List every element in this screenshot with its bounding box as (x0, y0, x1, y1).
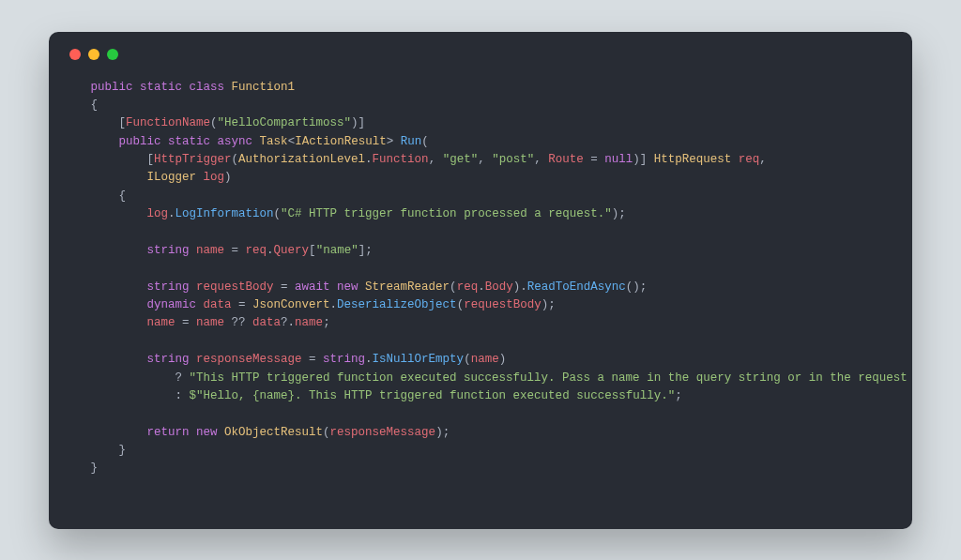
punct: ; (548, 298, 556, 311)
punct: ; (443, 426, 450, 439)
interp: $ (190, 389, 197, 402)
code-block: public static class Function1 { [Functio… (69, 79, 892, 478)
punct: ( (274, 207, 282, 220)
punct: ) (435, 426, 443, 439)
punct: [ (309, 244, 316, 257)
punct: ( (232, 153, 239, 166)
brace: { (91, 98, 99, 112)
string: "name" (316, 244, 358, 257)
method: LogInformation (175, 207, 274, 220)
minimize-icon[interactable] (88, 49, 99, 60)
identifier: name (190, 244, 225, 257)
type: OkObjectResult (224, 426, 323, 439)
type: string (147, 353, 190, 366)
punct: ; (618, 207, 626, 220)
identifier: log (147, 207, 169, 220)
punct: = (175, 316, 197, 329)
punct: . (520, 280, 527, 294)
identifier: data (196, 298, 232, 311)
type: HttpRequest (654, 153, 732, 166)
brace: { (119, 189, 127, 203)
punct: ( (421, 135, 429, 148)
string: "get" (443, 153, 479, 166)
punct: , (759, 153, 767, 166)
identifier: name (471, 353, 499, 366)
named-arg: Route (548, 153, 584, 166)
operator: ? (175, 371, 190, 385)
keyword: public (91, 81, 133, 94)
keyword: public (119, 135, 161, 148)
method: Run (401, 135, 422, 148)
punct: = (224, 244, 246, 257)
keyword: async (218, 135, 253, 148)
method: ReadToEndAsync (527, 280, 626, 294)
close-icon[interactable] (69, 49, 81, 60)
identifier: requestBody (464, 298, 542, 311)
punct: [ (119, 116, 127, 129)
identifier: data (252, 316, 281, 329)
keyword: new (190, 426, 225, 439)
type: JsonConvert (252, 298, 330, 311)
identifier: req (457, 280, 479, 294)
punct: ( (450, 280, 457, 294)
punct: ( (210, 116, 218, 129)
punct: ) (351, 116, 358, 129)
punct: ) (224, 171, 232, 184)
method: IsNullOrEmpty (373, 353, 465, 366)
type: IActionResult (295, 135, 387, 148)
punct: ( (323, 426, 330, 439)
identifier: name (147, 316, 175, 329)
type: string (147, 244, 190, 257)
punct: < (288, 135, 296, 148)
param: req (731, 153, 759, 166)
punct: = (232, 298, 253, 311)
string: "HelloCompartimoss" (218, 116, 352, 129)
identifier: responseMessage (330, 426, 436, 439)
punct: = (302, 353, 324, 366)
method: DeserializeObject (337, 298, 457, 311)
brace: } (91, 462, 99, 475)
code-window: public static class Function1 { [Functio… (49, 32, 912, 529)
string: "C# HTTP trigger function processed a re… (281, 207, 612, 220)
punct: , (478, 153, 492, 166)
type: string (323, 353, 365, 366)
punct: ; (675, 389, 682, 402)
class-name: Function1 (232, 81, 296, 94)
punct: = (274, 280, 296, 294)
zoom-icon[interactable] (107, 49, 118, 60)
keyword: await (295, 280, 330, 294)
keyword: null (604, 153, 633, 166)
punct: = (584, 153, 605, 166)
type: AuthorizationLevel (238, 153, 365, 166)
punct: . (478, 280, 485, 294)
operator: : (175, 389, 190, 402)
punct: ; (323, 316, 330, 329)
punct: ) (633, 280, 640, 294)
string: "post" (492, 153, 534, 166)
string: "Hello, {name}. This HTTP triggered func… (196, 389, 675, 402)
punct: ) (633, 153, 640, 166)
operator: ?. (281, 316, 295, 329)
type: dynamic (147, 298, 197, 311)
punct: , (429, 153, 443, 166)
type: string (147, 280, 190, 294)
property: name (295, 316, 323, 329)
operator: ?? (224, 316, 252, 329)
punct: ( (464, 353, 471, 366)
punct: ] (640, 153, 654, 166)
identifier: responseMessage (190, 353, 302, 366)
punct: ) (499, 353, 507, 366)
punct: ; (640, 280, 648, 294)
punct: > (387, 135, 394, 148)
attribute: FunctionName (126, 116, 210, 129)
string: "This HTTP triggered function executed s… (190, 371, 912, 385)
punct: . (168, 207, 175, 220)
punct: ( (457, 298, 465, 311)
type: Task (260, 135, 288, 148)
property: Body (485, 280, 513, 294)
param: log (196, 171, 224, 184)
punct: , (534, 153, 548, 166)
identifier: req (246, 244, 267, 257)
attribute: HttpTrigger (154, 153, 232, 166)
identifier: name (196, 316, 224, 329)
